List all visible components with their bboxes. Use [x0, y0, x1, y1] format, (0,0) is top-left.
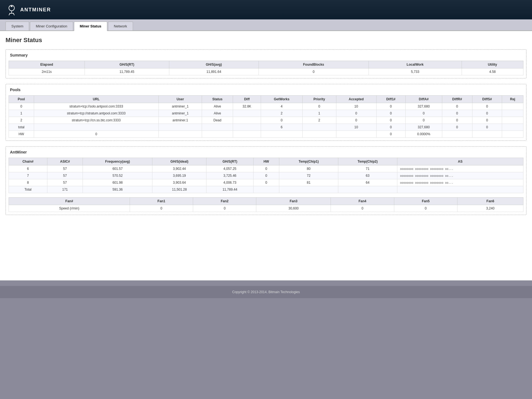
- app-header: ANTMINER: [0, 0, 532, 19]
- pool-1-diff: [233, 110, 261, 117]
- summary-table: Elapsed GH/S(RT) GH/S(avg) FoundBlocks L…: [9, 61, 523, 75]
- fan3-speed: 30,600: [256, 205, 331, 212]
- pool-col-user: User: [158, 96, 202, 103]
- pool-total-label: total: [9, 124, 34, 131]
- chain-col-temp2: Temp(Chip2): [338, 158, 397, 165]
- pool-0-accepted: 10: [336, 103, 376, 110]
- pool-2-rej: [502, 117, 523, 124]
- chain-7-rt: 3,725.46: [206, 172, 253, 179]
- tab-network[interactable]: Network: [108, 22, 133, 30]
- pool-2-id: 2: [9, 117, 34, 124]
- pool-2-priority: 2: [302, 117, 336, 124]
- fan-col-fan3: Fan3: [256, 198, 331, 205]
- chain-col-temp1: Temp(Chip1): [279, 158, 338, 165]
- summary-row: 2m11s 11,789.45 11,891.64 0 5,733 4.58: [9, 68, 523, 75]
- chain-8-freq: 601.98: [83, 179, 152, 186]
- tab-miner-status[interactable]: Miner Status: [74, 22, 107, 31]
- footer: Copyright © 2013-2014, Bitmain Technolog…: [0, 286, 532, 298]
- pool-2-accepted: 0: [336, 117, 376, 124]
- chain-total-ideal: 11,501.28: [152, 186, 206, 193]
- fan-col-fan4: Fan4: [331, 198, 394, 205]
- chain-7-ideal: 3,695.19: [152, 172, 206, 179]
- copyright-text: Copyright © 2013-2014, Bitmain Technolog…: [232, 290, 300, 294]
- ghsrt-value: 11,789.45: [85, 68, 169, 75]
- chain-row-8: 8 57 601.98 3,903.64 4,006.73 0 81 64 oo…: [9, 179, 523, 186]
- pool-0-diff: 32.8K: [233, 103, 261, 110]
- chain-6-id: 6: [9, 165, 47, 172]
- pool-col-getworks: GetWorks: [261, 96, 303, 103]
- chain-6-ideal: 3,902.44: [152, 165, 206, 172]
- chain-7-id: 7: [9, 172, 47, 179]
- fan-col-fan1: Fan1: [130, 198, 193, 205]
- chain-col-chain: Chain#: [9, 158, 47, 165]
- chain-total-rt: 11,789.44: [206, 186, 253, 193]
- col-utility: Utility: [462, 61, 523, 68]
- pool-col-url: URL: [34, 96, 158, 103]
- chain-total-row: Total 171 591.36 11,501.28 11,789.44: [9, 186, 523, 193]
- main-content: Miner Status Summary Elapsed GH/S(RT) GH…: [0, 31, 532, 280]
- pool-col-diffs: DiffS#: [472, 96, 502, 103]
- chain-col-asic: ASIC#: [47, 158, 83, 165]
- chain-col-hw: HW: [253, 158, 279, 165]
- pool-2-status: Dead: [202, 117, 233, 124]
- chain-6-freq: 601.57: [83, 165, 152, 172]
- col-localwork: LocalWork: [369, 61, 462, 68]
- pool-row-2: 2 stratum+tcp://cn.ss.btc.com:3333 antmi…: [9, 117, 523, 124]
- fan-col-fan6: Fan6: [457, 198, 523, 205]
- fan4-speed: 0: [331, 205, 394, 212]
- localwork-value: 5,733: [369, 68, 462, 75]
- pool-1-id: 1: [9, 110, 34, 117]
- pool-2-diffa: 0: [405, 117, 442, 124]
- chain-total-label: Total: [9, 186, 47, 193]
- ghsavg-value: 11,891.64: [169, 68, 259, 75]
- chain-total-asic: 171: [47, 186, 83, 193]
- chain-6-as: oooooooo oooooooo oooooooo oo...: [397, 165, 523, 172]
- chain-6-temp2: 71: [338, 165, 397, 172]
- fan6-speed: 3,240: [457, 205, 523, 212]
- tab-miner-configuration[interactable]: Miner Configuration: [30, 22, 73, 30]
- pool-2-getworks: 0: [261, 117, 303, 124]
- svg-line-5: [13, 13, 14, 15]
- fan1-speed: 0: [130, 205, 193, 212]
- col-foundblocks: FoundBlocks: [259, 61, 369, 68]
- pool-1-diffr: 0: [442, 110, 472, 117]
- pool-col-accepted: Accepted: [336, 96, 376, 103]
- utility-value: 4.58: [462, 68, 523, 75]
- logo-area: ANTMINER: [6, 4, 51, 16]
- summary-section: Summary Elapsed GH/S(RT) GH/S(avg) Found…: [6, 49, 526, 78]
- fan-table: Fan# Fan1 Fan2 Fan3 Fan4 Fan5 Fan6 Speed…: [9, 197, 523, 212]
- pool-0-diff1: 0: [376, 103, 405, 110]
- chain-row-7: 7 57 570.52 3,695.19 3,725.46 0 72 63 oo…: [9, 172, 523, 179]
- pools-table: Pool URL User Status Diff GetWorks Prior…: [9, 95, 523, 138]
- pool-1-user: antminer_1: [158, 110, 202, 117]
- chain-col-rt: GH/S(RT): [206, 158, 253, 165]
- chain-col-ideal: GH/S(ideal): [152, 158, 206, 165]
- pool-col-diff: Diff: [233, 96, 261, 103]
- fan5-speed: 0: [394, 205, 457, 212]
- antminer-logo-icon: [6, 4, 18, 16]
- pool-total-getworks: 6: [261, 124, 303, 131]
- pools-section: Pools Pool URL User Status Diff GetWorks…: [6, 84, 526, 141]
- chain-8-rt: 4,006.73: [206, 179, 253, 186]
- pool-total-row: total 6 10 0 327,680 0 0: [9, 124, 523, 131]
- logo-text: ANTMINER: [20, 7, 51, 13]
- pool-1-rej: [502, 110, 523, 117]
- pool-hw-label: HW: [9, 131, 34, 138]
- pool-0-diffa: 327,680: [405, 103, 442, 110]
- tab-system[interactable]: System: [6, 22, 29, 30]
- chain-8-ideal: 3,903.64: [152, 179, 206, 186]
- pool-0-diffr: 0: [442, 103, 472, 110]
- chain-7-asic: 57: [47, 172, 83, 179]
- chain-7-freq: 570.52: [83, 172, 152, 179]
- pool-row-1: 1 stratum+tcp://stratum.antpool.com:3333…: [9, 110, 523, 117]
- chain-8-id: 8: [9, 179, 47, 186]
- pool-2-user: antminer.1: [158, 117, 202, 124]
- chain-table: Chain# ASIC# Frequency(avg) GH/S(ideal) …: [9, 158, 523, 193]
- chain-6-rt: 4,057.25: [206, 165, 253, 172]
- chain-6-temp1: 80: [279, 165, 338, 172]
- pool-col-rej: Rej: [502, 96, 523, 103]
- chain-7-hw: 0: [253, 172, 279, 179]
- pool-1-priority: 1: [302, 110, 336, 117]
- chain-8-temp2: 64: [338, 179, 397, 186]
- pool-total-diff1: 0: [376, 124, 405, 131]
